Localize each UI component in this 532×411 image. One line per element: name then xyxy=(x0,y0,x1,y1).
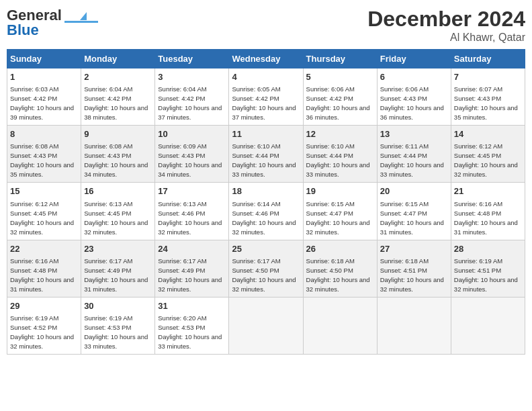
day-number: 6 xyxy=(380,71,448,83)
calendar-table: Sunday Monday Tuesday Wednesday Thursday… xyxy=(7,49,525,355)
table-row: 12 Sunrise: 6:10 AMSunset: 4:44 PMDaylig… xyxy=(303,126,377,183)
day-number: 17 xyxy=(158,185,226,197)
day-info: Sunrise: 6:08 AMSunset: 4:43 PMDaylight:… xyxy=(84,142,148,178)
day-number: 5 xyxy=(306,71,374,83)
calendar-week-row: 15 Sunrise: 6:12 AMSunset: 4:45 PMDaylig… xyxy=(7,183,525,240)
table-row: 26 Sunrise: 6:18 AMSunset: 4:50 PMDaylig… xyxy=(303,240,377,297)
day-number: 11 xyxy=(232,128,300,140)
day-info: Sunrise: 6:10 AMSunset: 4:44 PMDaylight:… xyxy=(232,142,296,178)
table-row: 8 Sunrise: 6:08 AMSunset: 4:43 PMDayligh… xyxy=(7,126,81,183)
table-row: 21 Sunrise: 6:16 AMSunset: 4:48 PMDaylig… xyxy=(451,183,525,240)
table-row: 3 Sunrise: 6:04 AMSunset: 4:42 PMDayligh… xyxy=(155,68,229,126)
table-row: 31 Sunrise: 6:20 AMSunset: 4:53 PMDaylig… xyxy=(155,297,229,354)
day-number: 19 xyxy=(306,185,374,197)
col-monday: Monday xyxy=(81,50,155,68)
col-tuesday: Tuesday xyxy=(155,50,229,68)
table-row: 7 Sunrise: 6:07 AMSunset: 4:43 PMDayligh… xyxy=(451,68,525,126)
day-info: Sunrise: 6:12 AMSunset: 4:45 PMDaylight:… xyxy=(10,200,74,236)
day-info: Sunrise: 6:07 AMSunset: 4:43 PMDaylight:… xyxy=(454,85,518,121)
day-info: Sunrise: 6:14 AMSunset: 4:46 PMDaylight:… xyxy=(232,200,296,236)
day-info: Sunrise: 6:19 AMSunset: 4:53 PMDaylight:… xyxy=(84,314,148,350)
day-number: 23 xyxy=(84,243,152,255)
calendar-week-row: 22 Sunrise: 6:16 AMSunset: 4:48 PMDaylig… xyxy=(7,240,525,297)
day-info: Sunrise: 6:19 AMSunset: 4:51 PMDaylight:… xyxy=(454,257,518,293)
day-info: Sunrise: 6:13 AMSunset: 4:46 PMDaylight:… xyxy=(158,200,222,236)
table-row: 2 Sunrise: 6:04 AMSunset: 4:42 PMDayligh… xyxy=(81,68,155,126)
day-info: Sunrise: 6:04 AMSunset: 4:42 PMDaylight:… xyxy=(158,85,222,121)
table-row: 25 Sunrise: 6:17 AMSunset: 4:50 PMDaylig… xyxy=(229,240,303,297)
col-sunday: Sunday xyxy=(7,50,81,68)
table-row: 6 Sunrise: 6:06 AMSunset: 4:43 PMDayligh… xyxy=(377,68,451,126)
day-info: Sunrise: 6:15 AMSunset: 4:47 PMDaylight:… xyxy=(380,200,444,236)
day-info: Sunrise: 6:12 AMSunset: 4:45 PMDaylight:… xyxy=(454,142,518,178)
day-number: 13 xyxy=(380,128,448,140)
table-row: 28 Sunrise: 6:19 AMSunset: 4:51 PMDaylig… xyxy=(451,240,525,297)
day-number: 4 xyxy=(232,71,300,83)
day-info: Sunrise: 6:19 AMSunset: 4:52 PMDaylight:… xyxy=(10,314,74,350)
col-saturday: Saturday xyxy=(451,50,525,68)
day-number: 8 xyxy=(10,128,78,140)
day-number: 1 xyxy=(10,71,78,83)
table-row xyxy=(229,297,303,354)
table-row: 24 Sunrise: 6:17 AMSunset: 4:49 PMDaylig… xyxy=(155,240,229,297)
table-row: 11 Sunrise: 6:10 AMSunset: 4:44 PMDaylig… xyxy=(229,126,303,183)
calendar-week-row: 1 Sunrise: 6:03 AMSunset: 4:42 PMDayligh… xyxy=(7,68,525,126)
day-info: Sunrise: 6:17 AMSunset: 4:49 PMDaylight:… xyxy=(158,257,222,293)
table-row: 16 Sunrise: 6:13 AMSunset: 4:45 PMDaylig… xyxy=(81,183,155,240)
day-info: Sunrise: 6:06 AMSunset: 4:43 PMDaylight:… xyxy=(380,85,444,121)
day-number: 20 xyxy=(380,185,448,197)
col-thursday: Thursday xyxy=(303,50,377,68)
day-info: Sunrise: 6:03 AMSunset: 4:42 PMDaylight:… xyxy=(10,85,74,121)
day-info: Sunrise: 6:15 AMSunset: 4:47 PMDaylight:… xyxy=(306,200,370,236)
day-info: Sunrise: 6:06 AMSunset: 4:42 PMDaylight:… xyxy=(306,85,370,121)
day-number: 14 xyxy=(454,128,522,140)
day-info: Sunrise: 6:18 AMSunset: 4:50 PMDaylight:… xyxy=(306,257,370,293)
logo: General Blue xyxy=(7,7,98,39)
day-number: 16 xyxy=(84,185,152,197)
location: Al Khawr, Qatar xyxy=(367,32,525,44)
logo-blue: Blue xyxy=(7,21,39,39)
day-number: 15 xyxy=(10,185,78,197)
table-row: 5 Sunrise: 6:06 AMSunset: 4:42 PMDayligh… xyxy=(303,68,377,126)
day-info: Sunrise: 6:17 AMSunset: 4:50 PMDaylight:… xyxy=(232,257,296,293)
table-row: 1 Sunrise: 6:03 AMSunset: 4:42 PMDayligh… xyxy=(7,68,81,126)
col-wednesday: Wednesday xyxy=(229,50,303,68)
table-row: 10 Sunrise: 6:09 AMSunset: 4:43 PMDaylig… xyxy=(155,126,229,183)
day-number: 26 xyxy=(306,243,374,255)
table-row: 15 Sunrise: 6:12 AMSunset: 4:45 PMDaylig… xyxy=(7,183,81,240)
day-number: 22 xyxy=(10,243,78,255)
day-number: 9 xyxy=(84,128,152,140)
table-row xyxy=(303,297,377,354)
day-number: 24 xyxy=(158,243,226,255)
table-row xyxy=(377,297,451,354)
day-number: 2 xyxy=(84,71,152,83)
day-info: Sunrise: 6:17 AMSunset: 4:49 PMDaylight:… xyxy=(84,257,148,293)
day-number: 30 xyxy=(84,300,152,312)
table-row: 19 Sunrise: 6:15 AMSunset: 4:47 PMDaylig… xyxy=(303,183,377,240)
table-row: 30 Sunrise: 6:19 AMSunset: 4:53 PMDaylig… xyxy=(81,297,155,354)
day-number: 3 xyxy=(158,71,226,83)
day-info: Sunrise: 6:08 AMSunset: 4:43 PMDaylight:… xyxy=(10,142,74,178)
day-number: 31 xyxy=(158,300,226,312)
day-info: Sunrise: 6:10 AMSunset: 4:44 PMDaylight:… xyxy=(306,142,370,178)
table-row: 17 Sunrise: 6:13 AMSunset: 4:46 PMDaylig… xyxy=(155,183,229,240)
day-info: Sunrise: 6:20 AMSunset: 4:53 PMDaylight:… xyxy=(158,314,222,350)
day-info: Sunrise: 6:18 AMSunset: 4:51 PMDaylight:… xyxy=(380,257,444,293)
day-info: Sunrise: 6:11 AMSunset: 4:44 PMDaylight:… xyxy=(380,142,444,178)
month-title: December 2024 xyxy=(367,7,525,32)
calendar-week-row: 8 Sunrise: 6:08 AMSunset: 4:43 PMDayligh… xyxy=(7,126,525,183)
table-row: 9 Sunrise: 6:08 AMSunset: 4:43 PMDayligh… xyxy=(81,126,155,183)
calendar-header-row: Sunday Monday Tuesday Wednesday Thursday… xyxy=(7,50,525,68)
table-row: 20 Sunrise: 6:15 AMSunset: 4:47 PMDaylig… xyxy=(377,183,451,240)
table-row: 22 Sunrise: 6:16 AMSunset: 4:48 PMDaylig… xyxy=(7,240,81,297)
day-number: 29 xyxy=(10,300,78,312)
day-number: 21 xyxy=(454,185,522,197)
day-number: 27 xyxy=(380,243,448,255)
day-info: Sunrise: 6:09 AMSunset: 4:43 PMDaylight:… xyxy=(158,142,222,178)
table-row: 14 Sunrise: 6:12 AMSunset: 4:45 PMDaylig… xyxy=(451,126,525,183)
day-info: Sunrise: 6:13 AMSunset: 4:45 PMDaylight:… xyxy=(84,200,148,236)
day-number: 25 xyxy=(232,243,300,255)
table-row: 29 Sunrise: 6:19 AMSunset: 4:52 PMDaylig… xyxy=(7,297,81,354)
col-friday: Friday xyxy=(377,50,451,68)
day-number: 7 xyxy=(454,71,522,83)
